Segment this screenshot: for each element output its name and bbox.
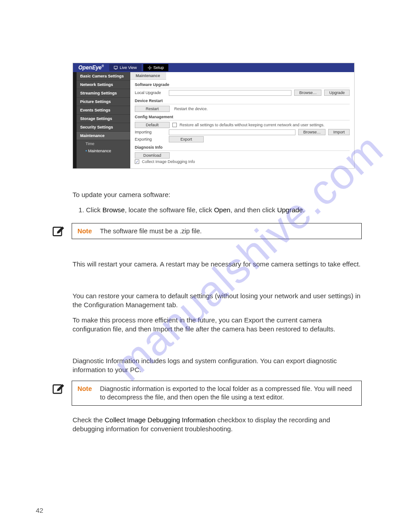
restore-hint: Restore all settings to defaults without… bbox=[180, 123, 325, 127]
importing-input[interactable] bbox=[169, 129, 295, 135]
upgrade-button[interactable]: Upgrade bbox=[324, 90, 350, 96]
note-2: Note Diagnostic information is exported … bbox=[51, 381, 375, 406]
default-button[interactable]: Default bbox=[135, 122, 170, 128]
export-para: To make this process more efficient in t… bbox=[73, 316, 362, 334]
restart-para: This will restart your camera. A restart… bbox=[73, 260, 362, 269]
app-screenshot: OpenEye® Live View Setup Basic Camera Se… bbox=[73, 63, 355, 169]
collect-debug-label: Collect Image Debugging Info bbox=[142, 159, 195, 164]
sidebar-item-network[interactable]: Network Settings bbox=[77, 81, 130, 89]
note-1: Note The software file must be a .zip fi… bbox=[51, 223, 375, 240]
section-software-upgrade: Software Upgrade Local Upgrade Browse… U… bbox=[135, 82, 350, 96]
restart-desc: Restart the device. bbox=[172, 107, 208, 111]
intro-text: To update your camera software: bbox=[73, 190, 362, 199]
download-button[interactable]: Download bbox=[135, 152, 170, 159]
export-button[interactable]: Export bbox=[169, 136, 204, 142]
sidebar-item-picture[interactable]: Picture Settings bbox=[77, 98, 130, 106]
pencil-note-icon bbox=[51, 224, 65, 237]
section-device-restart: Device Restart Restart Restart the devic… bbox=[135, 99, 350, 112]
tab-maintenance[interactable]: Maintenance bbox=[130, 72, 166, 80]
page-number: 42 bbox=[36, 506, 43, 514]
importing-label: Importing bbox=[135, 130, 166, 134]
gear-icon bbox=[148, 66, 152, 70]
monitor-icon bbox=[114, 66, 118, 70]
restore-para: You can restore your camera to default s… bbox=[73, 292, 362, 310]
section-config-mgmt: Config Management Default Restore all se… bbox=[135, 115, 350, 142]
svg-point-2 bbox=[149, 67, 150, 69]
section-title-device-restart: Device Restart bbox=[135, 99, 350, 104]
section-title-config-mgmt: Config Management bbox=[135, 115, 350, 120]
section-title-software-upgrade: Software Upgrade bbox=[135, 82, 350, 88]
browse-button-import[interactable]: Browse… bbox=[298, 129, 325, 135]
note-label: Note bbox=[77, 227, 92, 236]
sidebar-item-events[interactable]: Events Settings bbox=[77, 106, 130, 115]
app-header: OpenEye® Live View Setup bbox=[73, 63, 354, 72]
section-title-diagnosis: Diagnosis Info bbox=[135, 145, 350, 151]
section-diagnosis: Diagnosis Info Download ✓ Collect Image … bbox=[135, 145, 350, 168]
live-view-button[interactable]: Live View bbox=[109, 64, 141, 71]
app-main: Maintenance Software Upgrade Local Upgra… bbox=[130, 72, 354, 168]
svg-rect-1 bbox=[115, 69, 117, 69]
exporting-label: Exporting bbox=[135, 137, 166, 142]
sidebar-item-maintenance[interactable]: Maintenance bbox=[77, 132, 130, 140]
sidebar-item-storage[interactable]: Storage Settings bbox=[77, 115, 130, 123]
brand-logo: OpenEye® bbox=[73, 64, 109, 71]
sidebar-item-streaming[interactable]: Streaming Settings bbox=[77, 89, 130, 98]
live-view-label: Live View bbox=[120, 65, 137, 70]
check-para: Check the Collect Image Debugging Inform… bbox=[73, 416, 362, 434]
local-upgrade-input[interactable] bbox=[169, 90, 291, 96]
restore-checkbox[interactable] bbox=[172, 123, 177, 127]
diag-para: Diagnostic Information includes logs and… bbox=[73, 356, 362, 375]
sidebar-sub-time[interactable]: Time bbox=[77, 140, 130, 147]
import-button[interactable]: Import bbox=[328, 129, 350, 135]
note-body: Diagnostic information is exported to th… bbox=[100, 385, 356, 402]
browse-button-upgrade[interactable]: Browse… bbox=[294, 90, 321, 96]
app-sidebar: Basic Camera Settings Network Settings S… bbox=[77, 72, 130, 168]
sidebar-sub-maintenance[interactable]: Maintenance bbox=[77, 147, 130, 154]
step-1: Click Browse, locate the software file, … bbox=[86, 206, 362, 215]
note-body: The software file must be a .zip file. bbox=[100, 227, 356, 236]
setup-label: Setup bbox=[154, 65, 164, 70]
pencil-note-icon bbox=[51, 382, 65, 395]
local-upgrade-label: Local Upgrade bbox=[135, 90, 166, 95]
note-label: Note bbox=[77, 385, 92, 402]
svg-rect-0 bbox=[114, 66, 117, 68]
app-left-bar bbox=[73, 72, 77, 168]
sidebar-item-basic[interactable]: Basic Camera Settings bbox=[77, 72, 130, 81]
sidebar-item-security[interactable]: Security Settings bbox=[77, 123, 130, 132]
restart-button[interactable]: Restart bbox=[135, 106, 170, 112]
setup-button[interactable]: Setup bbox=[143, 64, 169, 71]
collect-debug-checkbox[interactable]: ✓ bbox=[135, 159, 139, 164]
